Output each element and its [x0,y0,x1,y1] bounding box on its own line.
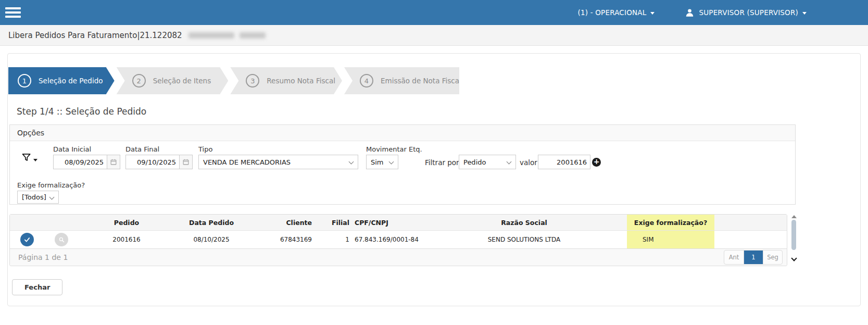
exige-formalizacao-select[interactable]: [Todos] [17,191,59,204]
wizard-step-3[interactable]: 3 Resumo Nota Fiscal [230,67,342,94]
data-inicial-input[interactable] [54,155,107,169]
filter-funnel-button[interactable] [21,153,37,163]
cell-pedido: 2001616 [76,231,178,248]
header-detail-column [46,215,76,230]
valor-label: valor [520,158,537,167]
filtrar-por-select-value: Pedido [463,158,486,166]
header-select-column [10,215,46,230]
header-pedido[interactable]: Pedido [76,215,178,230]
step-label: Emissão de Nota Fiscal [381,77,461,85]
cell-cpf-cnpj: 67.843.169/0001-84 [353,231,421,248]
header-exige-formalizacao[interactable]: Exige formalização? [627,215,714,230]
cell-filial: 1 [322,231,353,248]
context-dropdown[interactable]: (1) - OPERACIONAL [577,8,655,17]
cell-exige-formalizacao: SIM [627,231,714,248]
options-header: Opções [10,125,795,141]
step-number: 1 [18,74,31,88]
header-data-pedido[interactable]: Data Pedido [178,215,245,230]
header-cliente[interactable]: Cliente [245,215,322,230]
user-icon [685,8,695,18]
filtrar-por-label: Filtrar por [425,158,459,167]
scroll-down-icon[interactable] [791,255,797,261]
wizard-step-4[interactable]: 4 Emissão de Nota Fiscal [344,67,459,94]
calendar-icon[interactable] [179,155,192,169]
header-razao-social[interactable]: Razão Social [421,215,627,230]
chevron-down-icon [802,12,807,15]
wizard-step-2[interactable]: 2 Seleção de Itens [117,67,229,94]
data-inicial-field [53,155,120,169]
movimentar-select-value: Sim [371,158,384,166]
options-title: Opções [17,129,44,137]
table-row[interactable]: 2001616 08/10/2025 67843169 1 67.843.169… [10,230,787,248]
exige-formalizacao-label: Exige formalização? [17,181,85,189]
pagination-prev-button[interactable]: Ant [724,251,744,264]
step-heading: Step 1/4 :: Seleção de Pedido [17,106,860,117]
cell-data-pedido: 08/10/2025 [178,231,245,248]
add-filter-icon[interactable]: + [592,158,601,167]
chevron-down-icon [389,159,394,165]
chevron-down-icon [650,12,655,15]
data-final-field [125,155,193,169]
orders-grid: Pedido Data Pedido Cliente Filial CPF/CN… [9,214,787,266]
step-number: 2 [132,74,146,88]
step-label: Seleção de Itens [153,77,211,85]
pagination-page-1-button[interactable]: 1 [744,251,763,264]
filtrar-por-select[interactable]: Pedido [459,155,516,169]
options-box: Opções Data Inicial Data Final [9,124,796,205]
page-title: Libera Pedidos Para Faturamento|21.12208… [8,31,182,40]
movimentar-select[interactable]: Sim [366,155,398,169]
page-title-bar: Libera Pedidos Para Faturamento|21.12208… [0,25,868,46]
top-navbar: (1) - OPERACIONAL SUPERVISOR (SUPERVISOR… [0,0,868,25]
wizard-steps: 1 Seleção de Pedido 2 Seleção de Itens 3… [8,67,459,94]
data-final-label: Data Final [125,145,159,153]
user-menu[interactable]: SUPERVISOR (SUPERVISOR) [685,8,807,18]
header-cpf-cnpj[interactable]: CPF/CNPJ [353,215,421,230]
movimentar-label: Movimentar Etq. [366,145,422,153]
row-search-button[interactable] [55,233,68,246]
valor-field [538,155,590,169]
tipo-select-value: VENDA DE MERCADORIAS [203,158,291,166]
step-number: 4 [360,74,373,88]
wizard-step-1[interactable]: 1 Seleção de Pedido [8,67,115,94]
data-inicial-label: Data Inicial [53,145,91,153]
header-filial[interactable]: Filial [322,215,353,230]
valor-input[interactable] [538,155,590,169]
chevron-down-icon [33,159,37,161]
data-final-input[interactable] [126,155,179,169]
step-label: Seleção de Pedido [39,77,103,85]
calendar-icon[interactable] [107,155,120,169]
redacted-text [188,32,234,39]
funnel-icon [21,153,32,163]
redacted-text [240,32,266,39]
chevron-down-icon [49,195,55,200]
main-panel: 1 Seleção de Pedido 2 Seleção de Itens 3… [7,53,861,306]
user-menu-label: SUPERVISOR (SUPERVISOR) [699,8,798,17]
step-number: 3 [246,74,259,88]
grid-footer: Página 1 de 1 Ant 1 Seg [10,248,787,266]
close-button[interactable]: Fechar [12,279,62,295]
chevron-down-icon [507,159,512,165]
scrollbar-thumb[interactable] [791,220,796,250]
cell-cliente: 67843169 [245,231,322,248]
chevron-down-icon [349,159,354,165]
tipo-select[interactable]: VENDA DE MERCADORIAS [198,155,358,169]
exige-formalizacao-select-value: [Todos] [22,193,46,201]
pagination-status: Página 1 de 1 [18,253,68,261]
grid-header-row: Pedido Data Pedido Cliente Filial CPF/CN… [10,215,787,230]
cell-razao-social: SEND SOLUTIONS LTDA [421,231,627,248]
tipo-label: Tipo [198,145,212,153]
scroll-up-icon[interactable] [791,215,797,218]
row-selected-check-button[interactable] [20,233,34,246]
pagination-next-button[interactable]: Seg [763,251,782,264]
hamburger-menu-icon[interactable] [5,5,21,20]
context-dropdown-label: (1) - OPERACIONAL [577,8,646,17]
grid-scrollbar [790,214,797,265]
pagination-controls: Ant 1 Seg [724,250,783,265]
step-label: Resumo Nota Fiscal [267,77,335,85]
header-filler [714,215,787,230]
